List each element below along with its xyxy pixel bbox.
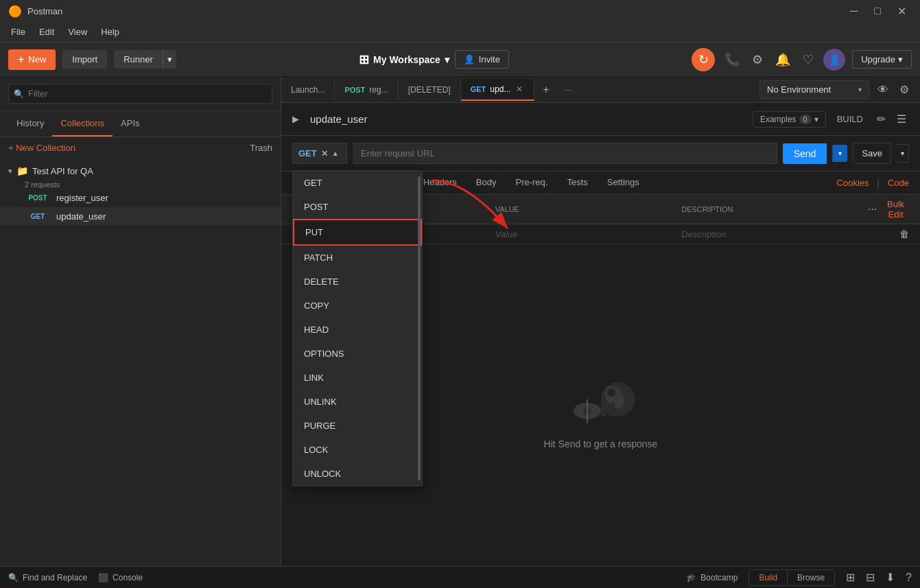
request-item-update[interactable]: GET update_user (0, 207, 281, 226)
menu-help[interactable]: Help (95, 24, 125, 40)
tab-launch[interactable]: Launch... (281, 80, 335, 100)
runner-dropdown-button[interactable]: ▾ (163, 50, 176, 69)
import-button[interactable]: Import (62, 50, 107, 69)
build-browse-tabs: Build Browse (748, 569, 835, 586)
request-header: ▶ update_user Examples 0 ▾ BUILD ✏ ☰ (281, 103, 920, 136)
save-dropdown-button[interactable]: ▾ (897, 144, 909, 163)
dropdown-item-post[interactable]: POST (293, 195, 422, 219)
heart-icon[interactable]: ♡ (800, 49, 816, 70)
sidebar-tab-history[interactable]: History (8, 111, 52, 137)
invite-icon: 👤 (464, 54, 475, 64)
method-clear-icon[interactable]: ✕ (321, 149, 328, 158)
description-placeholder: Description (681, 229, 726, 239)
console-button[interactable]: ⬛ Console (98, 573, 143, 583)
cookies-link[interactable]: Cookies (837, 178, 869, 188)
bulk-edit-button[interactable]: Bulk Edit (882, 199, 909, 220)
request-item-register[interactable]: POST register_user (0, 189, 281, 207)
tabs-right: No Environment ▾ 👁 ⚙ (751, 80, 920, 99)
layout-icon-button-status[interactable]: ⊞ (846, 571, 855, 584)
phone-icon[interactable]: 📞 (722, 49, 742, 70)
menu-view[interactable]: View (62, 24, 93, 40)
req-tab-settings[interactable]: Settings (598, 172, 649, 194)
maximize-button[interactable]: □ (869, 3, 886, 19)
save-button[interactable]: Save (853, 143, 891, 164)
dropdown-item-link[interactable]: LINK (293, 366, 422, 390)
tab-update[interactable]: GET upd... ✕ (461, 79, 535, 101)
examples-button[interactable]: Examples 0 ▾ (753, 111, 826, 128)
user-avatar[interactable]: 👤 (823, 49, 845, 71)
add-tab-button[interactable]: + (534, 78, 557, 102)
caret-down-icon[interactable]: ▾ (8, 167, 12, 176)
env-eye-button[interactable]: 👁 (875, 81, 891, 99)
dropdown-item-unlock[interactable]: UNLOCK (293, 462, 422, 486)
close-button[interactable]: ✕ (892, 3, 912, 19)
build-tab[interactable]: Build (749, 570, 788, 585)
runner-button[interactable]: Runner (114, 50, 163, 69)
trash-button[interactable]: Trash (250, 143, 272, 153)
send-dropdown-button[interactable]: ▾ (832, 145, 847, 162)
browse-tab[interactable]: Browse (788, 570, 834, 585)
tab-deleted[interactable]: [DELETED] (399, 80, 461, 100)
method-select[interactable]: GET ✕ ▲ (292, 143, 347, 164)
more-tabs-button[interactable]: ··· (558, 79, 579, 100)
upgrade-button[interactable]: Upgrade ▾ (852, 50, 912, 69)
layout-icon-button[interactable]: ☰ (894, 110, 909, 128)
dropdown-item-copy[interactable]: COPY (293, 294, 422, 318)
col-actions-header: ··· Bulk Edit (868, 199, 909, 220)
req-tab-body[interactable]: Body (467, 172, 506, 194)
method-collapse-icon[interactable]: ▲ (332, 150, 339, 157)
method-dropdown: GET POST PUT PATCH DELETE COPY HEAD OPTI… (292, 170, 423, 486)
more-options-button[interactable]: ··· (868, 203, 877, 215)
dropdown-item-get[interactable]: GET (293, 171, 422, 195)
dropdown-item-delete[interactable]: DELETE (293, 270, 422, 294)
collection-item[interactable]: ▾ 📁 Test API for QA (0, 161, 281, 180)
sync-button[interactable]: ↻ (692, 48, 715, 71)
minimize-button[interactable]: ─ (845, 3, 863, 19)
invite-button[interactable]: 👤 Invite (455, 50, 509, 69)
help-icon-button-status[interactable]: ? (906, 572, 912, 584)
statusbar: 🔍 Find and Replace ⬛ Console 🎓 Bootcamp … (0, 566, 920, 588)
filter-input[interactable] (8, 84, 272, 104)
method-get-badge: GET (25, 211, 51, 222)
code-link[interactable]: Code (888, 178, 909, 188)
sidebar-filter-area: 🔍 (0, 77, 281, 111)
collection-meta: 2 requests (0, 180, 281, 189)
req-tab-prereq[interactable]: Pre-req. (506, 172, 557, 194)
col-value-header: VALUE (495, 205, 682, 213)
tab-register[interactable]: POST reg... (335, 80, 398, 100)
tab-close-button[interactable]: ✕ (515, 84, 524, 94)
new-button[interactable]: + New (8, 49, 56, 70)
settings-icon[interactable]: ⚙ (749, 49, 766, 70)
sidebar-tab-apis[interactable]: APIs (113, 111, 148, 137)
dropdown-item-put[interactable]: PUT (293, 219, 422, 246)
find-replace-button[interactable]: 🔍 Find and Replace (8, 573, 87, 583)
notifications-icon[interactable]: 🔔 (772, 49, 793, 70)
dropdown-item-head[interactable]: HEAD (293, 318, 422, 342)
workspace-selector[interactable]: ⊞ My Workspace ▾ (359, 52, 449, 67)
menu-edit[interactable]: Edit (34, 24, 60, 40)
menu-file[interactable]: File (5, 24, 31, 40)
breadcrumb-arrow-icon: ▶ (292, 114, 299, 124)
download-icon-button-status[interactable]: ⬇ (886, 571, 895, 584)
sidebar-actions: + New Collection Trash (0, 137, 281, 158)
sidebar-tabs: History Collections APIs (0, 111, 281, 137)
dropdown-item-unlink[interactable]: UNLINK (293, 390, 422, 414)
bootcamp-button[interactable]: 🎓 Bootcamp (686, 573, 738, 583)
dropdown-item-purge[interactable]: PURGE (293, 414, 422, 438)
value-placeholder: Value (495, 229, 518, 239)
rocket-illustration (560, 362, 642, 430)
send-button[interactable]: Send (783, 143, 827, 164)
req-tab-tests[interactable]: Tests (557, 172, 597, 194)
grid-icon-button-status[interactable]: ⊟ (866, 571, 875, 584)
sidebar-tab-collections[interactable]: Collections (52, 111, 113, 137)
edit-icon-button[interactable]: ✏ (874, 110, 888, 128)
dropdown-item-patch[interactable]: PATCH (293, 246, 422, 270)
dropdown-item-lock[interactable]: LOCK (293, 438, 422, 462)
new-collection-button[interactable]: + New Collection (8, 143, 75, 153)
url-input[interactable] (353, 143, 777, 164)
build-button[interactable]: BUILD (831, 111, 869, 127)
env-settings-button[interactable]: ⚙ (897, 80, 912, 99)
row-delete-button[interactable]: 🗑 (899, 228, 909, 239)
environment-selector[interactable]: No Environment ▾ (759, 80, 869, 99)
dropdown-item-options[interactable]: OPTIONS (293, 342, 422, 366)
